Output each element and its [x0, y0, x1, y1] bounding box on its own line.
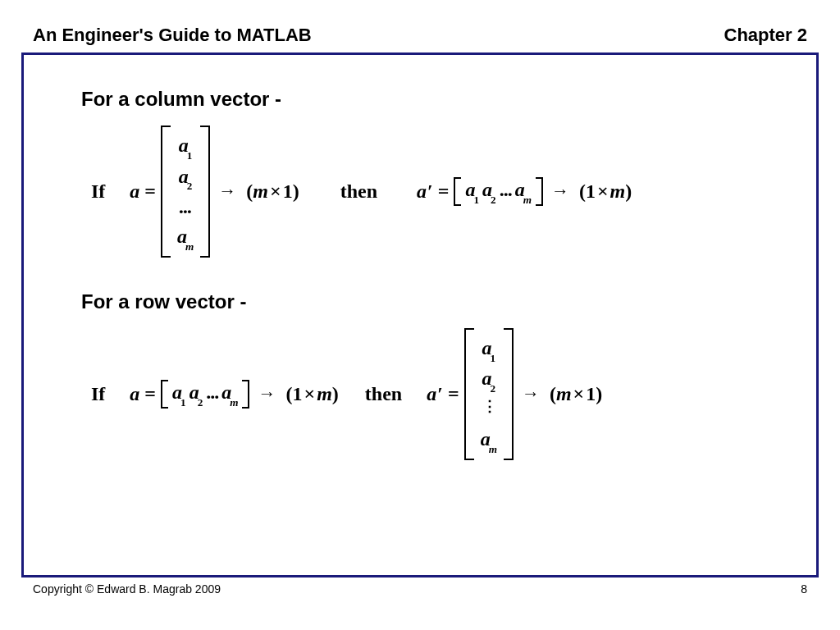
if-label: If: [91, 180, 105, 203]
dim-m-by-1: (m×1): [246, 180, 299, 203]
then-label: then: [340, 180, 377, 203]
page-number: 8: [801, 582, 807, 596]
copyright-text: Copyright © Edward B. Magrab 2009: [33, 582, 221, 596]
arrow-icon: →: [522, 383, 540, 404]
chapter-label: Chapter 2: [724, 25, 807, 46]
content-frame: For a column vector - If a = a1 a2 ... a…: [21, 52, 819, 578]
arrow-icon: →: [551, 180, 569, 202]
equals-sign: =: [438, 180, 450, 203]
section-column-heading: For a column vector -: [81, 88, 775, 111]
slide-footer: Copyright © Edward B. Magrab 2009 8: [0, 578, 840, 596]
equals-sign: =: [144, 383, 156, 405]
then-label: then: [365, 383, 402, 405]
book-title: An Engineer's Guide to MATLAB: [33, 25, 312, 46]
dim-1-by-m: (1×m): [579, 180, 632, 203]
dim-m-by-1: (m×1): [550, 383, 602, 405]
dim-1-by-m: (1×m): [285, 383, 338, 405]
var-a: a: [130, 383, 139, 405]
row-vector-bracket: a1 a2 ... am: [161, 380, 249, 409]
column-vector-equation: If a = a1 a2 ... am → (m×1) then a′ = a1…: [81, 126, 775, 258]
column-vector-bracket: a1 a2 ⋮ am: [464, 328, 514, 460]
arrow-icon: →: [258, 383, 276, 404]
row-vector-bracket: a1 a2 ... am: [454, 177, 542, 206]
var-a-prime: a′: [427, 383, 443, 405]
slide-header: An Engineer's Guide to MATLAB Chapter 2: [0, 0, 840, 52]
column-vector-bracket: a1 a2 ... am: [161, 126, 210, 258]
equals-sign: =: [448, 383, 459, 405]
arrow-icon: →: [218, 180, 236, 202]
var-a-prime: a′: [417, 180, 433, 203]
var-a: a: [130, 180, 139, 203]
section-row-heading: For a row vector -: [81, 290, 775, 313]
row-vector-equation: If a = a1 a2 ... am → (1×m) then a′ = a1…: [81, 328, 775, 460]
if-label: If: [91, 383, 105, 405]
equals-sign: =: [144, 180, 156, 203]
